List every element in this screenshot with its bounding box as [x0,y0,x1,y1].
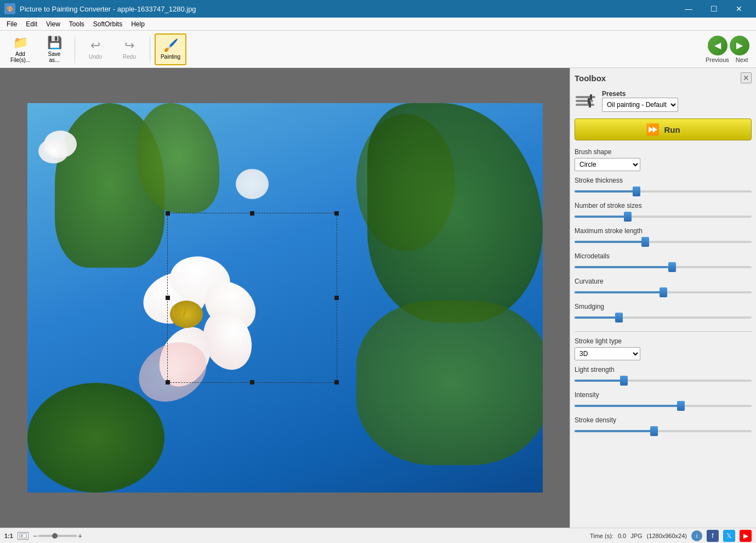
add-files-label: Add File(s)... [10,51,30,63]
light-strength-fill [575,380,624,382]
menu-softorbits[interactable]: SoftOrbits [89,19,127,30]
zoom-control[interactable]: − + [33,531,82,540]
image-container [0,68,570,528]
max-stroke-length-track [575,241,752,243]
undo-button[interactable]: ↩ Undo [79,33,111,65]
leaf-4 [367,103,543,323]
stroke-density-slider[interactable] [575,426,752,436]
menu-help[interactable]: Help [127,19,149,30]
close-button[interactable]: ✕ [726,0,752,18]
zoom-ratio: 1:1 [4,533,13,539]
microdetails-slider[interactable] [575,262,752,272]
separator-2 [150,36,150,63]
app-icon: 🎨 [4,3,15,14]
zoom-in-button[interactable]: + [78,531,82,540]
num-stroke-sizes-label: Number of stroke sizes [575,202,752,210]
light-strength-slider[interactable] [575,376,752,386]
status-bar: 1:1 − + Time (s): 0.0 JPG (1280x960x24) … [0,528,756,543]
microdetails-fill [575,266,672,268]
add-files-button[interactable]: 📁 Add File(s)... [4,33,36,65]
facebook-button[interactable]: f [707,530,719,542]
menu-view[interactable]: View [42,19,65,30]
info-button[interactable]: i [691,530,702,541]
smudging-slider[interactable] [575,313,752,323]
stroke-density-thumb[interactable] [650,426,658,436]
maximize-button[interactable]: ☐ [701,0,726,18]
stroke-thickness-thumb[interactable] [633,186,640,196]
format-label: JPG [630,533,642,539]
main-image[interactable] [27,103,543,493]
run-label: Run [664,125,680,134]
light-strength-label: Light strength [575,366,752,374]
flower-cluster-main [110,257,340,465]
previous-button[interactable]: ◀ [708,36,727,55]
run-button[interactable]: ⏩ Run [575,118,752,140]
num-stroke-sizes-fill [575,216,628,218]
save-as-button[interactable]: 💾 Save as... [38,33,70,65]
num-stroke-sizes-thumb[interactable] [624,212,632,222]
param-max-stroke-length: Maximum stroke length [575,227,752,247]
curvature-slider[interactable] [575,287,752,297]
undo-icon: ↩ [90,38,100,53]
navigation-controls: ◀ ▶ Previous Next [706,36,752,63]
separator-1 [75,36,75,63]
smudging-label: Smudging [575,303,752,310]
window-title: Picture to Painting Converter - apple-16… [20,5,196,13]
redo-button[interactable]: ↪ Redo [113,33,145,65]
toolbox-panel: Toolbox ✕ Presets Oil painting - Default [570,68,756,528]
canvas-area[interactable] [0,68,570,528]
menu-file[interactable]: File [2,19,21,30]
minimize-button[interactable]: — [676,0,701,18]
preset-slider-line-1 [576,96,595,98]
microdetails-thumb[interactable] [668,262,676,272]
redo-label: Redo [123,54,136,60]
max-stroke-length-slider[interactable] [575,237,752,247]
toolbar: 📁 Add File(s)... 💾 Save as... ↩ Undo ↪ R… [0,31,756,68]
param-brush-shape: Brush shape Circle Square Diamond [575,148,752,171]
intensity-slider[interactable] [575,401,752,411]
preset-slider-line-3 [576,104,594,106]
menu-edit[interactable]: Edit [21,19,42,30]
twitter-button[interactable]: 𝕏 [723,530,735,542]
stroke-light-type-select[interactable]: 3D 2D None [575,347,640,360]
title-bar: 🎨 Picture to Painting Converter - apple-… [0,0,756,18]
zoom-thumb[interactable] [52,533,58,539]
intensity-fill [575,405,681,407]
presets-section: Presets Oil painting - Default [575,90,752,112]
presets-icon [575,92,596,111]
youtube-button[interactable]: ▶ [740,530,752,542]
light-strength-track [575,380,752,382]
param-smudging: Smudging [575,303,752,323]
light-strength-thumb[interactable] [620,376,628,386]
max-stroke-length-fill [575,241,645,243]
max-stroke-length-thumb[interactable] [641,237,649,247]
menu-tools[interactable]: Tools [65,19,89,30]
painting-icon: 🖌️ [163,38,178,53]
status-right: Time (s): 0.0 JPG (1280x960x24) i f 𝕏 ▶ [590,530,752,542]
smudging-thumb[interactable] [615,313,623,323]
next-button[interactable]: ▶ [730,36,749,55]
num-stroke-sizes-track [575,216,752,218]
presets-select[interactable]: Oil painting - Default [602,98,678,112]
intensity-thumb[interactable] [677,401,685,411]
painting-button[interactable]: 🖌️ Painting [155,33,186,65]
microdetails-track [575,266,752,268]
intensity-track [575,405,752,407]
curvature-thumb[interactable] [660,287,667,297]
num-stroke-sizes-slider[interactable] [575,212,752,222]
section-divider [575,331,752,332]
zoom-slider[interactable] [38,535,77,537]
nav-labels: Previous Next [706,56,752,63]
redo-icon: ↪ [124,38,134,53]
stroke-thickness-slider[interactable] [575,186,752,196]
param-curvature: Curvature [575,278,752,297]
toolbox-close-button[interactable]: ✕ [741,72,752,83]
brush-shape-label: Brush shape [575,148,752,156]
brush-shape-select[interactable]: Circle Square Diamond [575,158,640,171]
zoom-out-button[interactable]: − [33,531,37,540]
curvature-track [575,291,752,293]
stroke-density-label: Stroke density [575,416,752,424]
time-label: Time (s): [590,533,613,539]
menu-bar: File Edit View Tools SoftOrbits Help [0,18,756,31]
bud-petal-2 [38,139,69,163]
